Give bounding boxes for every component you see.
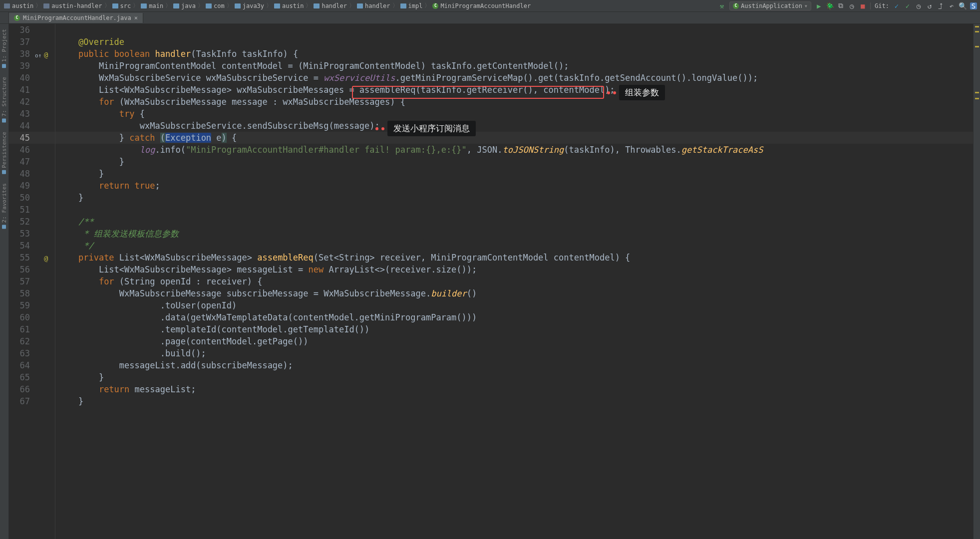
code-text[interactable]: for (WxMaSubscribeMessage message : wxMa… xyxy=(58,96,973,108)
git-revert-icon[interactable]: ↺ xyxy=(926,2,933,9)
gutter[interactable] xyxy=(34,275,58,287)
breadcrumb-item[interactable]: com xyxy=(205,2,226,9)
error-stripe[interactable] xyxy=(973,24,980,539)
code-text[interactable] xyxy=(58,204,973,216)
search-icon[interactable]: 🔍 xyxy=(959,2,966,9)
gutter[interactable] xyxy=(34,347,58,359)
tool-window-tab[interactable]: 7: Structure xyxy=(1,77,7,122)
code-text[interactable]: List<WxMaSubscribeMessage> messageList =… xyxy=(58,264,973,275)
code-line[interactable]: 50 } xyxy=(9,192,973,204)
gutter[interactable] xyxy=(34,60,58,72)
tool-window-tab[interactable]: Persistence xyxy=(1,132,7,174)
gutter[interactable] xyxy=(34,108,58,120)
code-line[interactable]: 44 wxMaSubscribeService.sendSubscribeMsg… xyxy=(9,120,973,132)
code-text[interactable]: log.info("MiniProgramAccountHandler#hand… xyxy=(58,144,973,156)
breadcrumb-item[interactable]: handler xyxy=(356,2,391,9)
gutter[interactable] xyxy=(34,299,58,311)
code-text[interactable]: @Override xyxy=(58,36,973,48)
warning-marker[interactable] xyxy=(975,92,979,93)
code-text[interactable]: messageList.add(subscribeMessage); xyxy=(58,359,973,371)
code-line[interactable]: 45 } catch (Exception e) { xyxy=(9,132,973,144)
code-line[interactable]: 40 WxMaSubscribeService wxMaSubscribeSer… xyxy=(9,72,973,84)
code-text[interactable]: .toUser(openId) xyxy=(58,299,973,311)
code-text[interactable]: } catch (Exception e) { xyxy=(58,132,973,144)
code-text[interactable]: /** xyxy=(58,216,973,228)
gutter[interactable] xyxy=(34,287,58,299)
code-line[interactable]: 63 .build(); xyxy=(9,347,973,359)
code-line[interactable]: 55@ private List<WxMaSubscribeMessage> a… xyxy=(9,252,973,264)
gutter[interactable] xyxy=(34,156,58,168)
warning-marker[interactable] xyxy=(975,98,979,99)
breadcrumb-item[interactable]: java xyxy=(172,2,197,9)
code-text[interactable]: * 组装发送模板信息参数 xyxy=(58,228,973,240)
gutter[interactable] xyxy=(34,323,58,335)
git-history-icon[interactable]: ◷ xyxy=(915,2,922,9)
code-text[interactable]: try { xyxy=(58,108,973,120)
code-line[interactable]: 47 } xyxy=(9,156,973,168)
code-text[interactable]: .templateId(contentModel.getTemplateId()… xyxy=(58,323,973,335)
code-line[interactable]: 57 for (String openId : receiver) { xyxy=(9,275,973,287)
debug-icon[interactable]: 🪲 xyxy=(826,2,833,9)
code-text[interactable]: public boolean handler(TaskInfo taskInfo… xyxy=(58,48,973,60)
code-text[interactable]: .build(); xyxy=(58,347,973,359)
code-line[interactable]: 49 return true; xyxy=(9,180,973,192)
gutter[interactable] xyxy=(34,228,58,240)
gutter[interactable]: @ xyxy=(34,252,58,264)
code-text[interactable]: } xyxy=(58,168,973,180)
code-line[interactable]: 64 messageList.add(subscribeMessage); xyxy=(9,359,973,371)
run-config-selector[interactable]: C AustinApplication ▾ xyxy=(729,1,811,10)
code-line[interactable]: 58 WxMaSubscribeMessage subscribeMessage… xyxy=(9,287,973,299)
tool-window-tab[interactable]: 1: Project xyxy=(1,29,7,68)
gutter[interactable] xyxy=(34,84,58,96)
gutter[interactable] xyxy=(34,395,58,407)
gutter[interactable] xyxy=(34,72,58,84)
code-line[interactable]: 61 .templateId(contentModel.getTemplateI… xyxy=(9,323,973,335)
code-line[interactable]: 65 } xyxy=(9,371,973,383)
gutter[interactable] xyxy=(34,180,58,192)
gutter[interactable] xyxy=(34,132,58,144)
code-line[interactable]: 66 return messageList; xyxy=(9,383,973,395)
gutter[interactable] xyxy=(34,264,58,275)
breadcrumb-item[interactable]: handler xyxy=(313,2,348,9)
code-line[interactable]: 43 try { xyxy=(9,108,973,120)
tool-window-tab[interactable]: 2: Favorites xyxy=(1,183,7,229)
code-line[interactable]: 53 * 组装发送模板信息参数 xyxy=(9,228,973,240)
code-line[interactable]: 36 xyxy=(9,24,973,36)
gutter[interactable] xyxy=(34,383,58,395)
gutter[interactable] xyxy=(34,216,58,228)
code-text[interactable]: */ xyxy=(58,240,973,252)
code-line[interactable]: 38o↑@ public boolean handler(TaskInfo ta… xyxy=(9,48,973,60)
code-text[interactable] xyxy=(58,24,973,36)
code-line[interactable]: 41 List<WxMaSubscribeMessage> wxMaSubscr… xyxy=(9,84,973,96)
breadcrumb-item[interactable]: CMiniProgramAccountHandler xyxy=(431,2,532,9)
close-icon[interactable]: × xyxy=(134,14,138,21)
code-text[interactable]: return true; xyxy=(58,180,973,192)
code-line[interactable]: 42 for (WxMaSubscribeMessage message : w… xyxy=(9,96,973,108)
gutter[interactable]: o↑@ xyxy=(34,48,58,60)
code-text[interactable]: MiniProgramContentModel contentModel = (… xyxy=(58,60,973,72)
gutter[interactable] xyxy=(34,359,58,371)
code-text[interactable]: WxMaSubscribeService wxMaSubscribeServic… xyxy=(58,72,973,84)
breadcrumb-item[interactable]: src xyxy=(111,2,132,9)
code-line[interactable]: 39 MiniProgramContentModel contentModel … xyxy=(9,60,973,72)
run-icon[interactable]: ▶ xyxy=(815,2,822,9)
tab-miniprogramaccounthandler[interactable]: C MiniProgramAccountHandler.java × xyxy=(9,13,143,23)
code-text[interactable]: wxMaSubscribeService.sendSubscribeMsg(me… xyxy=(58,120,973,132)
gutter[interactable] xyxy=(34,168,58,180)
code-text[interactable]: .page(contentModel.getPage()) xyxy=(58,335,973,347)
gutter[interactable] xyxy=(34,192,58,204)
breadcrumb-item[interactable]: impl xyxy=(399,2,424,9)
code-line[interactable]: 59 .toUser(openId) xyxy=(9,299,973,311)
warning-marker[interactable] xyxy=(975,46,979,47)
code-text[interactable]: for (String openId : receiver) { xyxy=(58,275,973,287)
code-line[interactable]: 37 @Override xyxy=(9,36,973,48)
breadcrumb-item[interactable]: main xyxy=(140,2,164,9)
code-line[interactable]: 46 log.info("MiniProgramAccountHandler#h… xyxy=(9,144,973,156)
breadcrumb-item[interactable]: java3y xyxy=(234,2,265,9)
gutter[interactable] xyxy=(34,96,58,108)
gutter[interactable] xyxy=(34,120,58,132)
stop-icon[interactable]: ■ xyxy=(859,2,866,9)
code-line[interactable]: 67 } xyxy=(9,395,973,407)
code-line[interactable]: 54 */ xyxy=(9,240,973,252)
code-line[interactable]: 62 .page(contentModel.getPage()) xyxy=(9,335,973,347)
